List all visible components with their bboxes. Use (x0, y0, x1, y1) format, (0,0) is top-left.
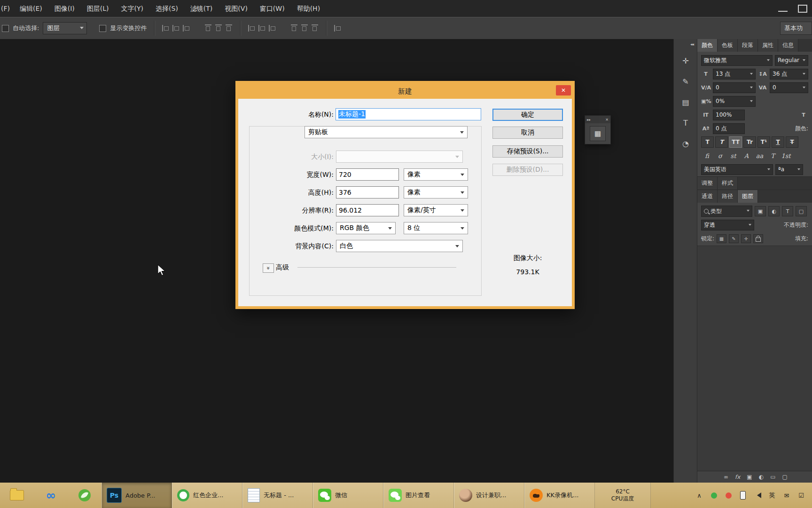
collapsed-panel-icon-3[interactable]: ▤ (679, 95, 693, 109)
lock-transparent-pixels-icon[interactable]: ▦ (717, 234, 726, 243)
tray-green-app-icon[interactable] (710, 491, 718, 500)
auto-align-icon[interactable] (334, 25, 342, 32)
tray-expand-icon[interactable]: ∧ (695, 491, 703, 500)
menu-item-edit[interactable]: 编辑(E) (14, 0, 48, 17)
menu-item-view[interactable]: 视图(V) (219, 0, 254, 17)
background-dropdown[interactable]: 白色 (336, 240, 463, 252)
tab-paths[interactable]: 路径 (718, 190, 738, 203)
width-input[interactable]: 720 (336, 168, 399, 181)
align-left-icon[interactable] (162, 25, 170, 32)
faux-bold-button[interactable]: T (701, 136, 714, 148)
resolution-unit-dropdown[interactable]: 像素/英寸 (404, 204, 468, 216)
distribute-middle-icon[interactable] (258, 25, 266, 32)
taskbar-item-kk-recorder[interactable]: KK录像机... (524, 483, 595, 508)
speaker-icon[interactable] (753, 491, 762, 500)
taskbar-item-browser[interactable]: 红色企业... (172, 483, 242, 508)
small-caps-button[interactable]: Tr (743, 136, 756, 148)
auto-select-checkbox[interactable] (2, 25, 9, 32)
titling-alternates-button[interactable]: aa (754, 151, 765, 160)
leading-field[interactable]: 36 点 (770, 69, 808, 79)
menu-item-help[interactable]: 帮助(H) (291, 0, 326, 17)
font-style-dropdown[interactable]: Regular (775, 55, 808, 66)
collapsed-panel-icon-4[interactable]: T (679, 116, 693, 130)
fractions-button[interactable]: 1st (780, 151, 792, 160)
tracking-field[interactable]: 0 (770, 82, 808, 93)
panel-close-icon[interactable]: ✕ (605, 118, 609, 122)
language-dropdown[interactable]: 美国英语 (701, 164, 773, 175)
collapsed-panel-icon-2[interactable]: ✎ (679, 74, 693, 88)
add-layer-mask-icon[interactable]: ▣ (747, 474, 752, 480)
align-bottom-icon[interactable] (226, 24, 232, 32)
stylistic-alternates-button[interactable]: A (741, 151, 752, 160)
taskbar-explorer-button[interactable] (0, 483, 34, 508)
tab-swatches[interactable]: 色板 (718, 39, 738, 52)
close-icon[interactable]: ✕ (556, 85, 571, 95)
taskbar-leaf-button[interactable] (68, 483, 102, 508)
taskbar-item-design-job[interactable]: 设计兼职... (454, 483, 524, 508)
tab-adjustments[interactable]: 调整 (697, 177, 718, 190)
anti-alias-dropdown[interactable]: ªa (775, 164, 803, 175)
link-layers-icon[interactable]: ∞ (724, 474, 728, 480)
vertical-scale-field[interactable]: 100% (713, 110, 745, 120)
filter-shape-layers-icon[interactable]: ▢ (796, 206, 807, 216)
tab-channels[interactable]: 通道 (697, 190, 718, 203)
taskbar-item-photoshop[interactable]: Ps Adobe P... (102, 483, 172, 508)
layer-filter-dropdown[interactable]: 类型 (701, 206, 752, 217)
filter-pixel-layers-icon[interactable]: ▣ (755, 206, 766, 216)
tab-layers[interactable]: 图层 (738, 190, 758, 203)
name-input[interactable]: 未标题-1 (336, 108, 481, 120)
auto-select-target-dropdown[interactable]: 图层 (43, 22, 87, 34)
collapsed-panel-icon-1[interactable]: ✛ (679, 54, 693, 68)
filter-adjustment-layers-icon[interactable]: ◐ (768, 206, 780, 216)
distribute-top-icon[interactable] (248, 25, 256, 32)
underline-button[interactable]: T (772, 136, 784, 148)
menu-item-image[interactable]: 图像(I) (48, 0, 81, 17)
cpu-temperature-widget[interactable]: 62°C CPU温度 (595, 483, 651, 508)
superscript-button[interactable]: T¹ (757, 136, 770, 148)
discretionary-ligatures-button[interactable]: st (727, 151, 739, 160)
tab-color[interactable]: 颜色 (697, 39, 718, 52)
panel-detach-icon[interactable]: ▸▸ (587, 118, 591, 122)
tab-info[interactable]: 信息 (778, 39, 798, 52)
taskbar-netdisk-button[interactable]: ∞ (34, 483, 68, 508)
align-middle-icon[interactable] (215, 24, 222, 32)
save-preset-button[interactable]: 存储预设(S)... (492, 145, 563, 158)
width-unit-dropdown[interactable]: 像素 (404, 168, 468, 181)
collapsed-panel-icon-5[interactable]: ◔ (679, 136, 693, 151)
faux-italic-button[interactable]: T (715, 136, 728, 148)
layer-style-fx-icon[interactable]: fx (735, 474, 740, 480)
workspace-switcher-button[interactable]: 基本功 (780, 22, 812, 35)
tray-phone-icon[interactable] (739, 491, 747, 500)
menu-item-type[interactable]: 文字(Y) (115, 0, 149, 17)
expand-panels-icon[interactable]: ◂◂ (690, 42, 697, 47)
tab-properties[interactable]: 属性 (758, 39, 778, 52)
new-layer-icon[interactable]: ▢ (782, 474, 788, 480)
kerning-field[interactable]: 0 (713, 82, 756, 93)
height-unit-dropdown[interactable]: 像素 (404, 186, 468, 198)
floating-panel-tool-icon[interactable]: ▦ (590, 126, 606, 141)
distribute-right-icon[interactable] (312, 24, 318, 32)
taskbar-item-notepad[interactable]: 无标题 - ... (242, 483, 313, 508)
swash-button[interactable]: σ (714, 151, 726, 160)
maximize-icon[interactable] (798, 5, 807, 13)
distribute-center-icon[interactable] (301, 24, 308, 32)
minimize-icon[interactable] (778, 5, 788, 12)
distribute-left-icon[interactable] (291, 24, 297, 32)
delete-preset-button[interactable]: 删除预设(D)... (492, 164, 563, 176)
cancel-button[interactable]: 取消 (492, 127, 563, 139)
show-transform-checkbox[interactable] (99, 25, 106, 32)
menu-item-select[interactable]: 选择(S) (149, 0, 184, 17)
all-caps-button[interactable]: TT (729, 136, 742, 148)
lock-image-pixels-icon[interactable]: ✎ (729, 234, 739, 243)
resolution-input[interactable]: 96.012 (336, 204, 399, 216)
ordinals-button[interactable]: T (767, 151, 779, 160)
new-group-icon[interactable]: ▭ (770, 474, 775, 480)
menu-item-layer[interactable]: 图层(L) (81, 0, 115, 17)
font-family-dropdown[interactable]: 微软雅黑 (701, 55, 773, 66)
strikethrough-button[interactable]: T (786, 136, 798, 148)
lock-position-icon[interactable]: ✛ (741, 234, 751, 243)
menu-item-filter[interactable]: 滤镜(T) (184, 0, 219, 17)
lock-all-icon[interactable] (753, 234, 763, 243)
tab-styles[interactable]: 样式 (718, 177, 738, 190)
taskbar-item-image-viewer[interactable]: 图片查看 (383, 483, 454, 508)
